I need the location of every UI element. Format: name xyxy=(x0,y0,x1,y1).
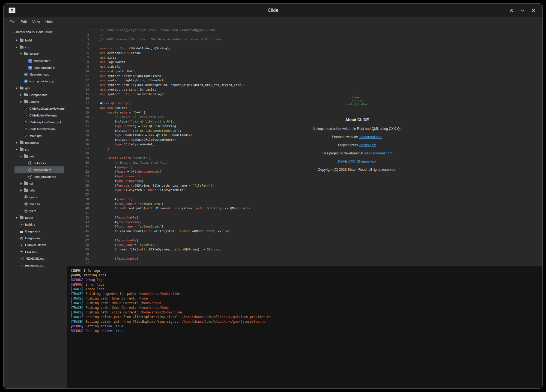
line-number: 10 xyxy=(67,69,95,74)
menu-edit[interactable]: Edit xyxy=(19,19,29,25)
tree-file-filesystem.cpp[interactable]: Cfilesystem.cpp xyxy=(14,71,64,78)
menu-view[interactable]: View xyxy=(30,19,42,25)
tree-file-ClideApplicationView.qml[interactable]: QtClideApplicationView.qml xyxy=(14,105,64,112)
chevrons-up-button[interactable] xyxy=(509,7,515,13)
code-line: 6use devicons::FileIcon; xyxy=(67,51,542,56)
tree-folder-cpp[interactable]: cpp xyxy=(14,44,64,50)
chevron-right-icon[interactable] xyxy=(16,39,18,41)
code-text: use syntect::html::{IncludeBackground, a… xyxy=(95,83,542,88)
code-line: 8use log::warn; xyxy=(67,60,542,65)
chevron-right-icon[interactable] xyxy=(20,189,22,191)
tree-label: qml xyxy=(25,86,30,90)
chevron-right-icon[interactable] xyxy=(16,141,18,144)
code-text: use syntect::highlighting::ThemeSet; xyxy=(95,78,542,83)
line-number: 46 xyxy=(67,234,95,238)
chevron-right-icon[interactable] xyxy=(20,94,22,96)
rust-file-icon: R xyxy=(24,202,28,206)
folder-icon xyxy=(24,155,28,158)
line-number: 15 xyxy=(67,92,95,97)
tree-file-Cargo.toml[interactable]: [T]Cargo.toml xyxy=(14,235,64,241)
chevron-down-icon[interactable] xyxy=(16,87,18,89)
menu-file[interactable]: File xyxy=(7,19,17,25)
about-line: Personal website shaunreed.com xyxy=(273,135,442,139)
tree-file-ClideTreeView.qml[interactable]: QtClideTreeView.qml xyxy=(14,125,64,132)
about-title: About CLIDE xyxy=(273,118,442,122)
tree-label: CMakeLists.txt xyxy=(25,243,46,247)
chevron-down-icon[interactable] xyxy=(16,46,18,48)
line-number: 30 xyxy=(67,161,95,165)
chevron-right-icon[interactable] xyxy=(16,216,18,219)
line-number: 11 xyxy=(67,74,95,79)
tree-folder-Components[interactable]: Components xyxy=(14,91,64,98)
code-line: 48 #[cxx_name = "readFile"] xyxy=(67,243,542,247)
line-number: 25 xyxy=(67,138,95,142)
tree-file-main.qml[interactable]: Qtmain.qml xyxy=(14,132,64,139)
log-panel[interactable]: [INFO] Info logs[WARN] Warning logs[DEBU… xyxy=(67,266,542,388)
tree-folder-gui[interactable]: gui xyxy=(14,153,64,160)
tree-file-icon_provider.h[interactable]: Hicon_provider.h xyxy=(14,64,64,71)
code-line: 44 #[cxx_name = "columnCount"] xyxy=(67,225,542,229)
chevron-down-button[interactable] xyxy=(520,7,526,13)
close-button[interactable] xyxy=(530,7,536,13)
link-knoats.com[interactable]: knoats.com xyxy=(359,143,376,147)
tree-label: resources xyxy=(25,141,39,144)
tree-file-ClideEditorView.qml[interactable]: QtClideEditorView.qml xyxy=(14,112,64,119)
code-line: 38 #[inherit] xyxy=(67,197,542,202)
tree-label: build xyxy=(25,39,32,42)
chevron-down-icon[interactable] xyxy=(16,148,18,151)
tree-file-build.rs[interactable]: Rbuild.rs xyxy=(14,221,64,228)
code-line: 37 xyxy=(67,193,542,197)
code-text: use log::warn; xyxy=(95,60,542,65)
chevron-down-icon[interactable] xyxy=(20,53,22,55)
h-file-icon: H xyxy=(28,59,32,63)
link-shaunreed.com[interactable]: shaunreed.com xyxy=(359,135,382,139)
tree-file-icon_provider.cpp[interactable]: Cicon_provider.cpp xyxy=(14,78,64,85)
chevron-right-icon[interactable] xyxy=(20,182,22,185)
tree-label: gui.rs xyxy=(29,196,37,199)
line-number: 13 xyxy=(67,83,95,88)
tree-folder-include[interactable]: include xyxy=(14,50,64,57)
tree-file-filesystem.h[interactable]: Hfilesystem.h xyxy=(14,57,64,64)
code-text: #[cxx_name = "readFile"] xyxy=(95,243,542,247)
file-tree: buildcppincludeHfilesystem.hHicon_provid… xyxy=(4,37,67,269)
chevron-right-icon[interactable] xyxy=(20,100,22,103)
folder-icon xyxy=(24,189,28,192)
ascii-art-logo: * |.===. {}o o{} -ooO--(_)--Ooo- xyxy=(346,92,368,106)
menu-help[interactable]: Help xyxy=(43,19,55,25)
folder-icon xyxy=(20,87,23,89)
tree-label: icon_provider.rs xyxy=(34,175,56,178)
tree-file-Cargo.lock[interactable]: Cargo.lock xyxy=(14,228,64,235)
link-kdab-cxx-qt-repository[interactable]: KDAB CXX-Qt repository xyxy=(338,160,376,163)
folder-icon xyxy=(20,46,23,49)
title-bar[interactable]: X Clide xyxy=(4,4,542,17)
tree-file-resources.qrc[interactable]: Qtresources.qrc xyxy=(14,262,64,269)
tree-file-icon_provider.rs[interactable]: Ricon_provider.rs xyxy=(14,173,64,180)
tree-folder-Logger[interactable]: Logger xyxy=(14,98,64,105)
tree-folder-resources[interactable]: resources xyxy=(14,139,64,146)
editor-column: 1// SPDX-FileCopyrightText: 2026, Shaun … xyxy=(67,26,542,388)
tree-folder-tui[interactable]: tui xyxy=(14,180,64,187)
tree-folder-target[interactable]: target xyxy=(14,214,64,221)
tree-folder-build[interactable]: build xyxy=(14,37,64,44)
chevron-down-icon[interactable] xyxy=(20,155,22,157)
code-text: #[qml_singleton] xyxy=(95,179,542,184)
tree-file-README.md[interactable]: M↓README.md xyxy=(14,255,64,262)
line-number: 41 xyxy=(67,211,95,216)
tree-folder-src[interactable]: src xyxy=(14,146,64,153)
tree-file-ClideExplorerView.qml[interactable]: QtClideExplorerView.qml xyxy=(14,119,64,125)
line-number: 29 xyxy=(67,156,95,161)
tree-file-CMakeLists.txt[interactable]: ▲CMakeLists.txt xyxy=(14,241,64,248)
editor-view[interactable]: 1// SPDX-FileCopyrightText: 2026, Shaun … xyxy=(67,26,542,266)
tree-folder-utils[interactable]: utils xyxy=(14,187,64,194)
tree-file-LICENSE[interactable]: ★LICENSE xyxy=(14,248,64,255)
tree-file-gui.rs[interactable]: Rgui.rs xyxy=(14,194,64,201)
line-number: 20 xyxy=(67,115,95,119)
tree-file-filesystem.rs[interactable]: Rfilesystem.rs xyxy=(14,166,64,173)
folder-icon xyxy=(24,100,28,103)
code-text: use dirs; xyxy=(95,56,542,60)
tree-file-main.rs[interactable]: Rmain.rs xyxy=(14,201,64,207)
tree-file-colors.rs[interactable]: Rcolors.rs xyxy=(14,160,64,166)
tree-folder-qml[interactable]: qml xyxy=(14,85,64,91)
link-git.shaunreed.com[interactable]: git.shaunreed.com xyxy=(364,151,392,155)
tree-file-tui.rs[interactable]: Rtui.rs xyxy=(14,207,64,214)
